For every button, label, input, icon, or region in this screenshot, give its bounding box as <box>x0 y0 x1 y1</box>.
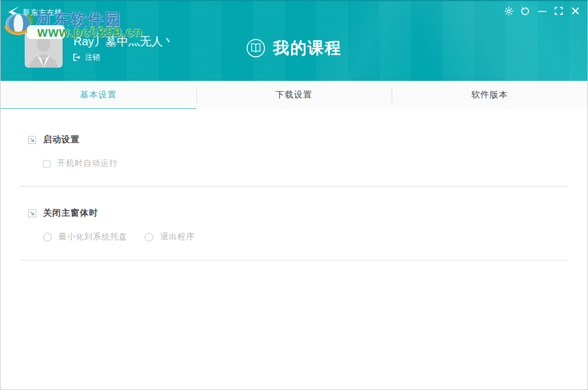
divider <box>20 260 568 260</box>
open-book-icon <box>246 38 266 58</box>
tab-software-version[interactable]: 软件版本 <box>392 81 587 109</box>
minimize-to-tray-label: 最小化到系统托盘 <box>59 232 127 242</box>
minimize-icon[interactable] <box>537 6 547 15</box>
arrow-box-icon <box>28 209 36 217</box>
settings-content: 启动设置 开机时自动运行 关闭主窗体时 最小化到系统托盘 <box>1 109 587 389</box>
app-title: 新东方在线 <box>22 7 63 18</box>
tab-download-settings[interactable]: 下载设置 <box>196 81 392 109</box>
window-controls <box>504 6 580 15</box>
logout-icon <box>73 53 81 61</box>
tab-label: 软件版本 <box>471 89 508 100</box>
section-title: 启动设置 <box>43 134 80 145</box>
section-startup-settings: 启动设置 <box>1 109 587 145</box>
exit-program-radio[interactable] <box>145 233 153 241</box>
exit-program-label: 退出程序 <box>160 232 195 242</box>
app-window: 新东方在线 <box>0 0 588 390</box>
user-name: Ray丿墓中灬无人丶 <box>74 34 175 49</box>
option-exit-program[interactable]: 退出程序 <box>145 232 195 242</box>
autorun-checkbox[interactable] <box>43 160 51 167</box>
gear-icon[interactable] <box>504 6 513 15</box>
option-minimize-to-tray[interactable]: 最小化到系统托盘 <box>43 232 127 242</box>
close-behavior-options-row: 最小化到系统托盘 退出程序 <box>1 232 587 242</box>
logout-label: 注销 <box>85 52 100 63</box>
minimize-to-tray-radio[interactable] <box>43 233 52 241</box>
logout-button[interactable]: 注销 <box>73 52 100 63</box>
section-title: 关闭主窗体时 <box>43 208 98 219</box>
header: 新东方在线 <box>1 0 587 81</box>
arrow-box-icon <box>28 136 36 144</box>
page-title: 我的课程 <box>273 37 342 59</box>
refresh-icon[interactable] <box>521 6 530 15</box>
tab-label: 基本设置 <box>80 89 117 100</box>
startup-options-row: 开机时自动运行 <box>1 158 587 169</box>
section-close-behavior: 关闭主窗体时 <box>1 187 587 219</box>
close-icon[interactable] <box>571 6 580 15</box>
tab-basic-settings[interactable]: 基本设置 <box>1 81 196 109</box>
maximize-icon[interactable] <box>554 6 563 15</box>
avatar <box>25 30 63 68</box>
option-autorun[interactable]: 开机时自动运行 <box>43 158 118 169</box>
autorun-label: 开机时自动运行 <box>57 158 118 169</box>
app-logo-icon <box>6 5 21 22</box>
settings-tabbar: 基本设置 下载设置 软件版本 <box>1 81 587 110</box>
page-title-group: 我的课程 <box>246 37 342 59</box>
tab-label: 下载设置 <box>276 89 312 100</box>
